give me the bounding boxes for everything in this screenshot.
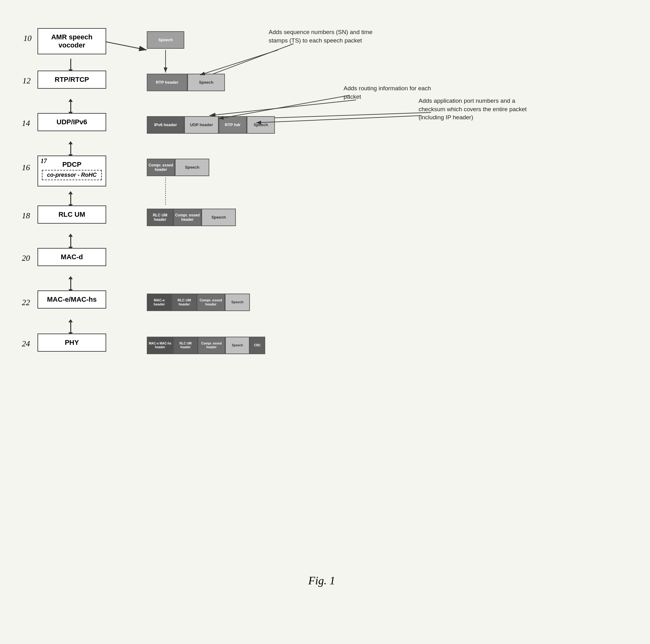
amr-label: AMR speech vocoder <box>51 33 93 49</box>
seg-speech-mace: Speech <box>225 294 250 311</box>
macd-label: MAC-d <box>61 253 83 261</box>
seg-compressed-phy: Compr. essed header <box>198 337 225 354</box>
pdcp-layer: 16 17 PDCP co-pressor - RoHC <box>37 155 106 186</box>
udp-layer: 14 UDP/IPv6 <box>37 113 106 131</box>
rlc-label: RLC UM <box>59 211 85 218</box>
seg-rlc-mace: RLC UM header <box>172 294 197 311</box>
phy-number: 24 <box>22 339 30 349</box>
seg-rlc-phy: RLC UM header <box>173 337 198 354</box>
macd-layer: 20 MAC-d <box>37 248 106 266</box>
seg-speech-amr: Speech <box>147 31 184 49</box>
svg-line-7 <box>219 95 350 119</box>
seg-speech-rlc: Speech <box>202 209 236 226</box>
rlc-box: RLC UM <box>37 206 106 224</box>
svg-line-3 <box>250 112 431 119</box>
pdcp-sublabel: co-pressor - RoHC <box>42 170 102 180</box>
arrow-macehs-phy <box>70 322 71 333</box>
phy-layer: 24 PHY <box>37 333 106 352</box>
arrow-udp-pdcp <box>70 144 71 155</box>
amr-number: 10 <box>24 34 32 43</box>
packet-rtp: RTP header Speech <box>147 74 225 91</box>
arrow-macd-mace <box>70 279 71 290</box>
seg-speech-pdcp: Speech <box>175 159 209 176</box>
macd-box: MAC-d <box>37 248 106 266</box>
phy-label: PHY <box>65 338 79 346</box>
svg-line-8 <box>256 115 422 123</box>
packet-phy: MAC-e MAC-hs header RLC UM header Compr.… <box>147 337 265 354</box>
udp-number: 14 <box>22 119 30 128</box>
packet-ipv6: IPv6 header UDP header RTP hdr Speech <box>147 116 275 134</box>
amr-box: AMR speech vocoder <box>37 28 106 55</box>
macehs-number: 22 <box>22 298 30 307</box>
diagram-container: 10 AMR speech vocoder 12 RTP/RTCP 14 UDP… <box>12 12 631 606</box>
pdcp-number-outer: 16 <box>22 163 30 172</box>
macd-number: 20 <box>22 254 30 263</box>
seg-udp-header: UDP header <box>184 116 219 134</box>
rtp-label: RTP/RTCP <box>55 76 89 83</box>
pdcp-number-inner: 17 <box>41 157 47 165</box>
rtp-number: 12 <box>23 76 31 85</box>
rtp-layer: 12 RTP/RTCP <box>37 71 106 89</box>
udp-label: UDP/IPv6 <box>57 118 87 126</box>
seg-compressed-pdcp: Compr. essed header <box>147 159 175 176</box>
seg-crc-phy: CRC <box>250 337 265 354</box>
annotation-ports: Adds application port numbers and a chec… <box>419 97 531 122</box>
macehs-label: MAC-e/MAC-hs <box>47 295 97 303</box>
rlc-layer: 18 RLC UM <box>37 206 106 224</box>
pdcp-label: PDCP <box>62 160 81 168</box>
seg-machs-phy: MAC-e MAC-hs header <box>147 337 173 354</box>
seg-ipv6-header: IPv6 header <box>147 116 184 134</box>
seg-rtp-header: RTP header <box>147 74 187 91</box>
rlc-number: 18 <box>22 211 30 220</box>
packet-rlc: RLC UM header Compr. essed header Speech <box>147 209 236 226</box>
amr-layer: 10 AMR speech vocoder <box>37 28 106 55</box>
udp-box: UDP/IPv6 <box>37 113 106 131</box>
seg-compressed-mace: Compr. essed header <box>197 294 225 311</box>
seg-speech-rtp: Speech <box>187 74 225 91</box>
macehs-box: MAC-e/MAC-hs <box>37 290 106 309</box>
seg-speech-phy: Speech <box>225 337 250 354</box>
pdcp-box: 17 PDCP co-pressor - RoHC <box>37 155 106 186</box>
packet-pdcp: Compr. essed header Speech <box>147 159 209 176</box>
packet-mace: MAC-e header RLC UM header Compr. essed … <box>147 294 250 311</box>
arrow-amr-rtp <box>70 59 71 70</box>
svg-line-6 <box>200 50 278 75</box>
macehs-layer: 22 MAC-e/MAC-hs <box>37 290 106 309</box>
seg-rlc-header: RLC UM header <box>147 209 173 226</box>
arrow-pdcp-rlc <box>70 193 71 205</box>
phy-box: PHY <box>37 333 106 352</box>
svg-line-0 <box>100 41 147 50</box>
svg-overlay <box>12 12 631 606</box>
seg-speech-ipv6: Speech <box>247 116 275 134</box>
arrow-rtp-udp <box>70 101 71 112</box>
figure-label: Fig. 1 <box>308 574 335 587</box>
seg-mace-header: MAC-e header <box>147 294 172 311</box>
arrow-rlc-macd <box>70 236 71 247</box>
rtp-box: RTP/RTCP <box>37 71 106 89</box>
seg-rtp-hdr: RTP hdr <box>219 116 247 134</box>
seg-compressed-rlc: Compr. essed header <box>173 209 202 226</box>
packet-speech: Speech <box>147 31 184 49</box>
annotation-sn: Adds sequence numbers (SN) and time stam… <box>268 28 375 45</box>
svg-line-2 <box>209 100 356 115</box>
